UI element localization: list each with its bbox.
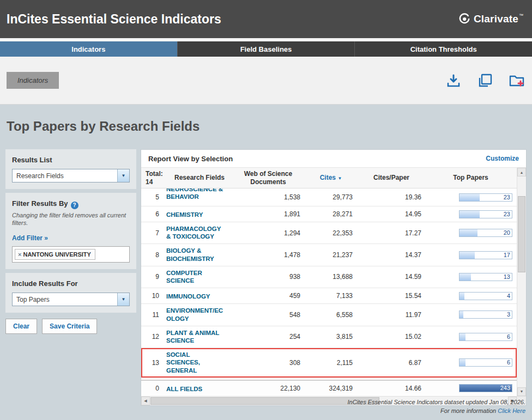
research-field-link[interactable]: PHARMACOLOGY & TOXICOLOGY — [166, 225, 225, 241]
column-cites-sorted[interactable]: Cites ▼ — [304, 174, 358, 181]
top-papers-count: 3 — [507, 311, 510, 318]
docs-cell: 1,478 — [233, 251, 304, 259]
brand-name: Clarivate — [474, 13, 518, 25]
docs-cell: 254 — [233, 333, 304, 340]
include-results-value: Top Papers — [13, 296, 50, 303]
filter-section: Filter Results By? Changing the filter f… — [5, 193, 136, 269]
include-results-section: Include Results For Top Papers ▼ — [5, 273, 136, 313]
column-research-fields[interactable]: Research Fields — [166, 174, 233, 181]
top-papers-bar[interactable]: 243 — [459, 384, 512, 392]
cites-per-paper-cell: 14.59 — [358, 273, 425, 281]
scroll-left-icon[interactable]: ◀ — [141, 397, 150, 405]
top-papers-bar[interactable]: 4 — [459, 292, 512, 300]
cites-cell: 28,271 — [304, 210, 358, 218]
research-field-link[interactable]: ALL FIELDS — [166, 385, 202, 393]
docs-cell: 308 — [233, 359, 304, 367]
help-icon[interactable]: ? — [71, 202, 78, 209]
click-here-link[interactable]: Click Here — [498, 407, 525, 414]
download-icon[interactable] — [446, 73, 461, 88]
customize-link[interactable]: Customize — [486, 155, 519, 162]
cites-cell: 2,115 — [304, 359, 358, 367]
top-papers-bar[interactable]: 13 — [459, 273, 512, 281]
chevron-down-icon: ▼ — [117, 169, 129, 182]
table-row: 5 NEUROSCIENCE & BEHAVIOR 1,538 29,773 1… — [141, 188, 517, 206]
save-criteria-button[interactable]: Save Criteria — [42, 319, 97, 334]
research-field-link[interactable]: BIOLOGY & BIOCHEMISTRY — [166, 247, 225, 263]
research-field-link[interactable]: NEUROSCIENCE & BEHAVIOR — [166, 188, 225, 201]
dataset-updated-text: InCites Essential Science Indicators dat… — [347, 398, 525, 407]
remove-filter-icon[interactable]: × — [18, 251, 21, 258]
table-body: 5 NEUROSCIENCE & BEHAVIOR 1,538 29,773 1… — [141, 188, 517, 396]
docs-cell: 1,294 — [233, 229, 304, 237]
results-list-value: Research Fields — [13, 172, 64, 180]
top-papers-count: 13 — [504, 273, 510, 281]
top-papers-count: 243 — [500, 385, 510, 392]
add-filter-link[interactable]: Add Filter » — [12, 234, 48, 242]
filter-label: Filter Results By — [12, 199, 68, 208]
table-row: 7 PHARMACOLOGY & TOXICOLOGY 1,294 22,353… — [141, 222, 517, 244]
bar-fill — [460, 252, 475, 259]
tab-field-baselines[interactable]: Field Baselines — [178, 41, 355, 57]
table-row: 10 IMMUNOLOGY 459 7,133 15.54 4 — [141, 288, 517, 304]
column-cites-label: Cites — [320, 174, 336, 181]
vertical-scrollbar-thumb[interactable] — [518, 196, 525, 272]
docs-cell: 459 — [233, 292, 304, 300]
bar-fill — [460, 194, 480, 201]
vertical-scrollbar[interactable]: ▲ ▼ — [517, 168, 526, 396]
column-top-papers[interactable]: Top Papers — [425, 174, 517, 181]
cites-cell: 7,133 — [304, 292, 358, 300]
cites-cell: 29,773 — [304, 193, 358, 201]
tab-citation-thresholds[interactable]: Citation Thresholds — [355, 41, 532, 57]
rank-cell: 7 — [141, 229, 166, 237]
top-papers-bar[interactable]: 17 — [459, 251, 512, 259]
clear-button[interactable]: Clear — [5, 319, 37, 334]
column-wos-documents[interactable]: Web of Science Documents — [233, 170, 304, 186]
toolbar: Indicators — [0, 57, 532, 105]
column-cites-per-paper[interactable]: Cites/Paper — [358, 174, 425, 181]
tab-indicators[interactable]: Indicators — [0, 41, 178, 57]
table-row: 11 ENVIRONMENT/ECOLOGY 548 6,558 11.97 3 — [141, 304, 517, 326]
include-results-label: Include Results For — [12, 279, 130, 288]
main-tab-bar: Indicators Field Baselines Citation Thre… — [0, 41, 532, 57]
add-to-folder-icon[interactable] — [509, 73, 524, 88]
top-papers-count: 6 — [507, 359, 510, 366]
dataset-footer: InCites Essential Science Indicators dat… — [347, 398, 525, 416]
top-papers-bar[interactable]: 6 — [459, 358, 512, 367]
research-field-link[interactable]: PLANT & ANIMAL SCIENCE — [166, 329, 225, 345]
research-field-link[interactable]: ENVIRONMENT/ECOLOGY — [166, 307, 225, 322]
top-papers-bar[interactable]: 3 — [459, 311, 512, 319]
filter-note: Changing the filter field removes all cu… — [12, 211, 130, 228]
include-results-select[interactable]: Top Papers ▼ — [12, 293, 130, 306]
more-info-text: For more information — [440, 407, 496, 414]
top-papers-bar[interactable]: 23 — [459, 193, 512, 202]
research-field-link[interactable]: SOCIAL SCIENCES, GENERAL — [166, 351, 225, 374]
top-papers-bar[interactable]: 20 — [459, 229, 512, 237]
app-title: InCites Essential Science Indicators — [7, 12, 221, 27]
breadcrumb-indicators-button[interactable]: Indicators — [7, 72, 59, 89]
top-papers-count: 4 — [507, 293, 510, 300]
table-row: 6 CHEMISTRY 1,891 28,271 14.95 23 — [141, 206, 517, 222]
docs-cell: 1,891 — [233, 210, 304, 218]
results-list-label: Results List — [12, 156, 130, 164]
horizontal-scrollbar-thumb[interactable] — [150, 397, 379, 405]
results-list-select[interactable]: Research Fields ▼ — [12, 169, 130, 182]
bar-fill — [460, 333, 466, 340]
top-papers-bar[interactable]: 23 — [459, 210, 512, 218]
print-icon[interactable] — [477, 73, 493, 88]
cites-per-paper-cell: 15.54 — [358, 292, 425, 300]
clarivate-logo-icon — [458, 13, 470, 25]
scroll-up-icon[interactable]: ▲ — [517, 168, 526, 176]
cites-per-paper-cell: 19.36 — [358, 193, 425, 201]
filter-field: ×NANTONG UNIVERSITY — [12, 246, 130, 263]
table-header-row: Total: 14 Research Fields Web of Science… — [141, 168, 517, 188]
report-header: Report View by Selection Customize — [141, 150, 526, 168]
rank-cell: 13 — [141, 359, 166, 367]
research-field-link[interactable]: CHEMISTRY — [166, 211, 203, 218]
research-field-link[interactable]: COMPUTER SCIENCE — [166, 269, 225, 285]
scroll-down-icon[interactable]: ▼ — [517, 387, 526, 396]
research-field-link[interactable]: IMMUNOLOGY — [166, 293, 210, 300]
filter-tag[interactable]: ×NANTONG UNIVERSITY — [15, 249, 95, 260]
cites-cell: 324,319 — [304, 385, 358, 392]
rank-cell: 12 — [141, 333, 166, 340]
top-papers-bar[interactable]: 6 — [459, 333, 512, 341]
